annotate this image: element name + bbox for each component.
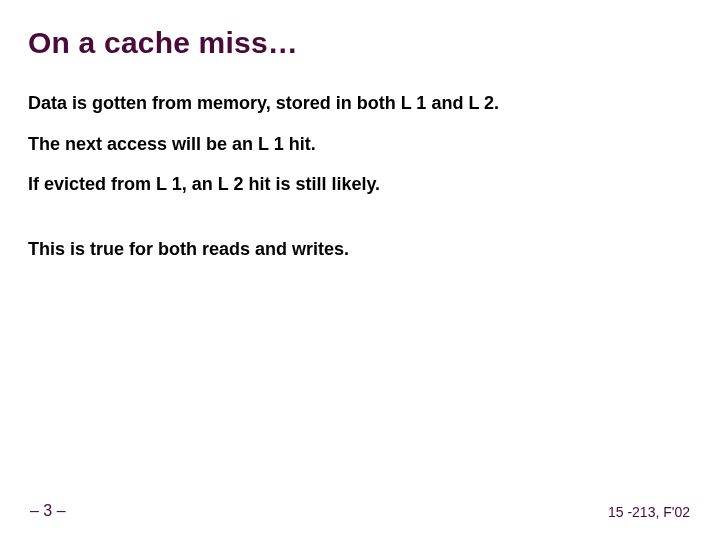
body-line-2: The next access will be an L 1 hit. — [28, 133, 692, 156]
footer: – 3 – 15 -213, F'02 — [0, 502, 720, 520]
page-number: – 3 – — [30, 502, 66, 520]
body-line-4: This is true for both reads and writes. — [28, 238, 692, 261]
body-line-3: If evicted from L 1, an L 2 hit is still… — [28, 173, 692, 196]
slide: On a cache miss… Data is gotten from mem… — [0, 0, 720, 540]
course-label: 15 -213, F'02 — [608, 504, 690, 520]
slide-title: On a cache miss… — [28, 26, 692, 60]
body-line-1: Data is gotten from memory, stored in bo… — [28, 92, 692, 115]
